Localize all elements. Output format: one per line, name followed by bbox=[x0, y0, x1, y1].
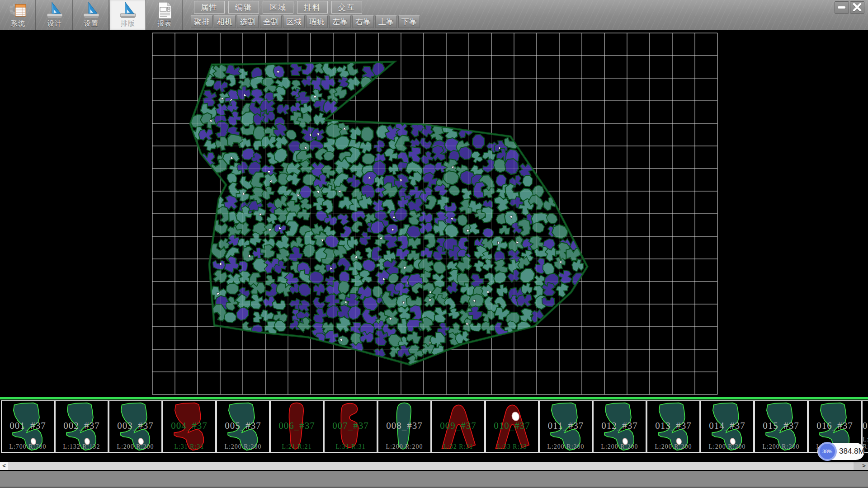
thumbnail-lr-label: L:31 R:31 bbox=[325, 443, 377, 450]
system-icon bbox=[9, 1, 27, 19]
thumbnail-cell[interactable]: 017_#37 L:200 R:200 bbox=[862, 400, 868, 453]
thumbnail-lr-label: L:21 R:21 bbox=[271, 443, 323, 450]
memory-size-label: 384.8M bbox=[839, 447, 865, 456]
thumbnail-title: 007_#37 bbox=[325, 420, 377, 432]
thumbnail-lr-label: L:33 R:33 bbox=[486, 443, 538, 450]
thumbnail-cell[interactable]: 011_#37 L:200 R:200 bbox=[539, 400, 593, 453]
tool-button-左靠[interactable]: 左靠 bbox=[329, 15, 351, 28]
nav-separator bbox=[72, 0, 73, 30]
thumbnail-cell[interactable]: 010_#37 L:33 R:33 bbox=[485, 400, 539, 453]
minimize-icon bbox=[838, 6, 845, 9]
thumbnail-title: 009_#37 bbox=[432, 420, 484, 432]
hide-nesting-scene bbox=[0, 30, 868, 397]
thumbnail-title: 012_#37 bbox=[594, 420, 646, 432]
tool-button-相机[interactable]: 相机 bbox=[214, 15, 236, 28]
tool-button-全割[interactable]: 全割 bbox=[260, 15, 282, 28]
nav-item-设置[interactable]: 设置 bbox=[73, 0, 109, 30]
thumbnail-lr-label: L:200 R:200 bbox=[594, 443, 646, 450]
thumbnail-title: 010_#37 bbox=[486, 420, 538, 432]
scroll-left-arrow[interactable]: < bbox=[0, 462, 8, 470]
thumbnail-cell[interactable]: 009_#37 L:32 R:31 bbox=[431, 400, 485, 453]
thumbnail-title: 014_#37 bbox=[701, 420, 753, 432]
nav-item-label: 系统 bbox=[0, 19, 36, 28]
nav-item-报表[interactable]: 报表 bbox=[146, 0, 183, 30]
scroll-right-arrow[interactable]: > bbox=[860, 462, 868, 470]
tool-button-右靠[interactable]: 右靠 bbox=[352, 15, 374, 28]
thumbnail-lr-label: L:200 R:200 bbox=[647, 443, 699, 450]
thumbnail-title: 011_#37 bbox=[540, 420, 592, 432]
thumbnail-cell[interactable]: 005_#37 L:200 R:200 bbox=[216, 400, 270, 453]
thumbnail-cell[interactable]: 006_#37 L:21 R:21 bbox=[270, 400, 324, 453]
close-button[interactable] bbox=[850, 1, 864, 14]
menu-tab-属性[interactable]: 属性 bbox=[194, 1, 225, 14]
thumbnail-title: 004_#37 bbox=[163, 420, 215, 432]
thumbnail-cell[interactable]: 014_#37 L:200 R:200 bbox=[700, 400, 754, 453]
layout-icon bbox=[119, 1, 137, 19]
nav-separator bbox=[145, 0, 146, 30]
menu-tab-区域[interactable]: 区域 bbox=[263, 1, 293, 14]
thumbnail-cell[interactable]: 015_#37 L:200 R:200 bbox=[754, 400, 808, 453]
thumbnail-title: 017_#37 bbox=[863, 420, 868, 432]
nav-item-label: 设计 bbox=[37, 19, 73, 28]
strip-divider-line bbox=[0, 397, 868, 399]
thumbnail-cell[interactable]: 001_#37 L:700 R:700 bbox=[1, 400, 55, 453]
thumbnail-title: 013_#37 bbox=[647, 420, 699, 432]
thumbnail-title: 005_#37 bbox=[217, 420, 269, 432]
tool-button-瑕疵[interactable]: 瑕疵 bbox=[306, 15, 328, 28]
tool-button-区域[interactable]: 区域 bbox=[283, 15, 305, 28]
nav-separator bbox=[35, 0, 36, 30]
nav-item-label: 设置 bbox=[73, 19, 109, 28]
thumbnail-cell[interactable]: 003_#37 L:200 R:200 bbox=[108, 400, 162, 453]
nav-item-排版[interactable]: 排版 bbox=[110, 0, 146, 30]
thumbnail-lr-label: L:200 R:200 bbox=[540, 443, 592, 450]
progress-percent-indicator: 38% bbox=[818, 442, 837, 461]
nav-item-label: 排版 bbox=[110, 19, 146, 28]
design-icon bbox=[46, 1, 64, 19]
report-icon bbox=[156, 1, 174, 19]
menu-tab-编辑[interactable]: 编辑 bbox=[228, 1, 259, 14]
tool-button-聚排[interactable]: 聚排 bbox=[191, 15, 212, 28]
thumbnail-lr-label: L:200 R:200 bbox=[109, 443, 161, 450]
minimize-button[interactable] bbox=[835, 1, 849, 14]
status-bar bbox=[0, 470, 868, 488]
horizontal-scrollbar: < > bbox=[0, 462, 868, 470]
thumbnail-title: 006_#37 bbox=[271, 420, 323, 432]
thumbnail-lr-label: L:200 R:200 bbox=[378, 443, 430, 450]
thumbnail-lr-label: L:31 R:31 bbox=[163, 443, 215, 450]
thumbnail-lr-label: L:132 R:132 bbox=[56, 443, 108, 450]
thumbnail-lr-label: L:200 R:200 bbox=[755, 443, 807, 450]
nav-item-系统[interactable]: 系统 bbox=[0, 0, 36, 30]
thumbnail-title: 003_#37 bbox=[109, 420, 161, 432]
tool-button-选割[interactable]: 选割 bbox=[237, 15, 259, 28]
thumbnail-lr-label: L:200 R:200 bbox=[701, 443, 753, 450]
thumbnail-title: 008_#37 bbox=[378, 420, 430, 432]
thumbnail-title: 001_#37 bbox=[2, 420, 54, 432]
nav-item-label: 报表 bbox=[146, 19, 183, 28]
piece-thumbnail-strip: 001_#37 L:700 R:700 002_#37 L:132 R:132 … bbox=[0, 397, 868, 462]
thumbnail-lr-label: L:200 R:200 bbox=[217, 443, 269, 450]
thumbnail-title: 002_#37 bbox=[56, 420, 108, 432]
nav-item-设计[interactable]: 设计 bbox=[37, 0, 73, 30]
nesting-canvas[interactable] bbox=[0, 30, 868, 397]
thumbnail-cell[interactable]: 012_#37 L:200 R:200 bbox=[593, 400, 646, 453]
application-window: 系统 设计 设置 排版 报表 属性编辑区域排料交互 bbox=[0, 0, 868, 488]
scrollbar-thumb[interactable] bbox=[8, 462, 854, 470]
thumbnail-title: 015_#37 bbox=[755, 420, 807, 432]
thumbnail-cell[interactable]: 004_#37 L:31 R:31 bbox=[162, 400, 216, 453]
close-icon bbox=[852, 3, 862, 12]
memory-usage-badge: 38% 384.8M bbox=[817, 443, 864, 460]
menu-tab-排料[interactable]: 排料 bbox=[297, 1, 328, 14]
thumbnail-cell[interactable]: 007_#37 L:31 R:31 bbox=[324, 400, 377, 453]
top-toolbar: 系统 设计 设置 排版 报表 属性编辑区域排料交互 bbox=[0, 0, 868, 30]
tool-button-下靠[interactable]: 下靠 bbox=[398, 15, 420, 28]
thumbnail-lr-label: L:700 R:700 bbox=[2, 443, 54, 450]
thumbnail-cell[interactable]: 002_#37 L:132 R:132 bbox=[55, 400, 108, 453]
tool-button-上靠[interactable]: 上靠 bbox=[375, 15, 397, 28]
thumbnail-cell[interactable]: 008_#37 L:200 R:200 bbox=[377, 400, 431, 453]
thumbnail-title: 016_#37 bbox=[809, 420, 861, 432]
menu-tab-交互[interactable]: 交互 bbox=[331, 1, 362, 14]
nav-separator bbox=[108, 0, 109, 30]
thumbnail-cell[interactable]: 013_#37 L:200 R:200 bbox=[646, 400, 700, 453]
settings-icon bbox=[82, 1, 100, 19]
nav-separator bbox=[182, 0, 183, 30]
